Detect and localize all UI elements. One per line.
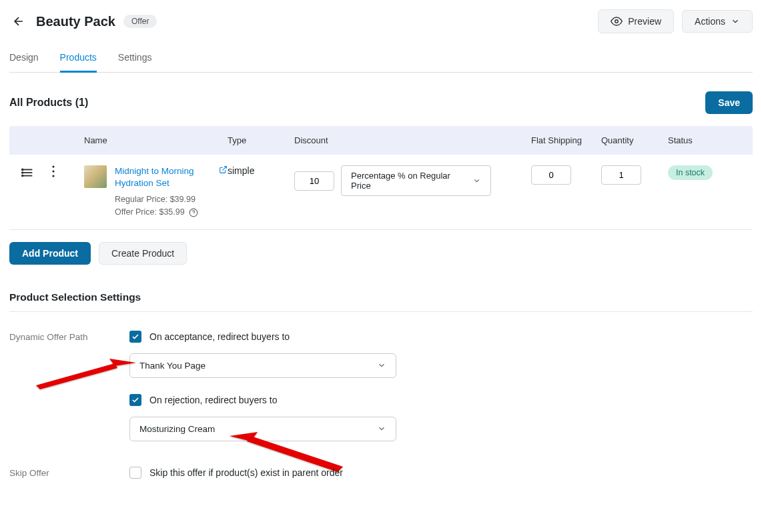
actions-button[interactable]: Actions [682,10,753,33]
acceptance-redirect-select[interactable]: Thank You Page [129,353,396,378]
products-section-header: All Products (1) Save [9,91,753,114]
external-link-icon[interactable] [219,165,228,177]
skip-offer-checkbox[interactable] [129,467,141,479]
skip-offer-checkbox-label: Skip this offer if product(s) exist in p… [149,467,343,478]
svg-point-7 [52,165,54,167]
rejection-label: On rejection, redirect buyers to [149,395,277,405]
svg-point-9 [52,175,54,177]
svg-point-0 [615,20,619,23]
column-status: Status [668,135,728,145]
svg-point-8 [52,170,54,172]
discount-value-input[interactable] [294,171,334,191]
page-header: Beauty Pack Offer Preview Actions [9,9,753,33]
column-shipping: Flat Shipping [531,135,601,145]
info-icon[interactable] [187,207,198,217]
offer-price-label: Offer Price: $35.99 [115,207,185,217]
add-product-button[interactable]: Add Product [9,242,91,265]
status-badge: In stock [668,165,713,180]
discount-type-select[interactable]: Percentage % on Regular Price [341,165,491,196]
save-button[interactable]: Save [705,91,753,114]
tab-products[interactable]: Products [60,52,97,73]
selection-settings-title: Product Selection Settings [9,291,753,312]
tabs-nav: Design Products Settings [9,52,753,73]
chevron-down-icon [377,424,386,433]
skip-offer-label: Skip Offer [9,467,129,489]
dynamic-path-label: Dynamic Offer Path [9,331,129,457]
svg-point-6 [22,175,23,177]
product-type: simple [228,165,294,176]
preview-button[interactable]: Preview [598,9,674,33]
products-section-title: All Products (1) [9,97,88,109]
check-icon [131,333,139,341]
acceptance-label: On acceptance, redirect buyers to [149,331,290,342]
drag-handle[interactable] [20,165,52,182]
offer-badge: Offer [123,15,157,28]
create-product-button[interactable]: Create Product [99,242,187,265]
svg-point-5 [22,172,23,173]
acceptance-checkbox[interactable] [129,331,141,343]
chevron-down-icon [731,17,740,26]
product-name-link[interactable]: Midnight to Morning Hydration Set [115,165,215,189]
chevron-down-icon [377,361,386,370]
eye-icon [611,15,623,27]
row-menu-button[interactable] [52,165,84,179]
column-type: Type [228,135,294,145]
regular-price-label: Regular Price: $39.99 [115,193,228,206]
products-table-header: Name Type Discount Flat Shipping Quantit… [9,126,753,155]
product-thumbnail [84,165,107,188]
rejection-redirect-select[interactable]: Mosturizing Cream [129,417,396,441]
column-quantity: Quantity [601,135,668,145]
check-icon [131,396,139,404]
shipping-input[interactable] [531,165,571,185]
rejection-checkbox[interactable] [129,394,141,406]
column-discount: Discount [294,135,531,145]
chevron-down-icon [472,176,481,185]
column-name: Name [84,135,228,145]
tab-design[interactable]: Design [9,52,39,73]
quantity-input[interactable] [601,165,641,185]
tab-settings[interactable]: Settings [118,52,152,73]
page-title: Beauty Pack [36,14,115,29]
product-row: Midnight to Morning Hydration Set Regula… [9,155,753,230]
back-button[interactable] [9,12,28,31]
svg-point-4 [22,169,23,171]
